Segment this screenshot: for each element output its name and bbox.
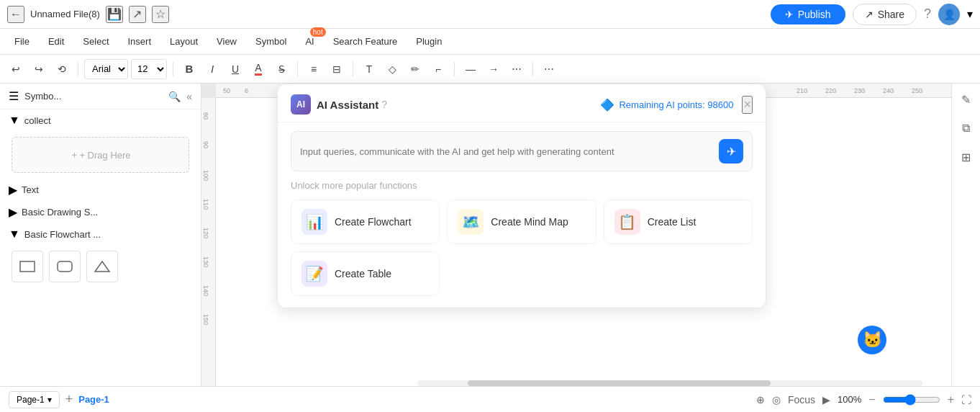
svg-rect-1 (58, 261, 72, 272)
avatar-dropdown[interactable]: ▾ (967, 7, 973, 21)
add-page-button[interactable]: + (65, 392, 73, 407)
sidebar-collapse-icon[interactable]: « (186, 91, 192, 102)
svg-rect-0 (20, 261, 35, 272)
fill-button[interactable]: ◇ (382, 59, 402, 79)
title-bar-left: ← Unnamed File(8) 💾 ↗ ☆ (7, 6, 765, 23)
sidebar-search-icon[interactable]: 🔍 (168, 91, 181, 102)
arrow-button[interactable]: → (484, 59, 504, 79)
ai-help-icon[interactable]: ? (381, 99, 387, 110)
zoom-out-button[interactable]: − (868, 393, 875, 406)
sidebar-item-text[interactable]: ▶ Text (0, 179, 201, 201)
menu-select[interactable]: Select (74, 33, 117, 50)
fullscreen-button[interactable]: ⛶ (961, 394, 971, 406)
page-tab-dropdown[interactable]: ▾ (47, 395, 52, 405)
share-file-button[interactable]: ↗ (129, 6, 146, 23)
publish-button[interactable]: ✈ Publish (771, 4, 845, 24)
menu-edit[interactable]: Edit (40, 33, 73, 50)
focus-play-icon[interactable]: ▶ (822, 394, 830, 406)
zoom-in-button[interactable]: + (948, 393, 954, 406)
more-button[interactable]: ⋯ (539, 59, 559, 79)
menu-bar: File Edit Select Insert Layout View Symb… (0, 29, 980, 55)
right-layers-icon[interactable]: ⧉ (956, 118, 976, 138)
line-thickness-button[interactable]: — (460, 59, 481, 79)
title-bar: ← Unnamed File(8) 💾 ↗ ☆ ✈ Publish ↗ Shar… (0, 0, 980, 29)
layers-icon[interactable]: ⊕ (756, 394, 765, 406)
ai-logo: AI (291, 94, 311, 115)
ai-send-button[interactable]: ✈ (719, 139, 743, 164)
ai-panel: AI AI Assistant ? 🔷 Remaining AI points:… (277, 84, 766, 308)
redo-button[interactable]: ↪ (29, 59, 49, 79)
create-flowchart-button[interactable]: 📊 Create Flowchart (291, 200, 440, 244)
bold-button[interactable]: B (179, 59, 199, 79)
share-button[interactable]: ↗ Share (853, 4, 917, 25)
focus-label[interactable]: Focus (788, 394, 815, 406)
menu-file[interactable]: File (6, 33, 38, 50)
menu-symbol[interactable]: Symbol (247, 33, 295, 50)
shape-rect[interactable] (12, 251, 43, 282)
horizontal-scrollbar[interactable] (417, 380, 922, 386)
strike-button[interactable]: S̶ (271, 59, 291, 79)
shape-triangle[interactable] (86, 251, 118, 282)
align-dist-button[interactable]: ⊟ (327, 59, 347, 79)
toolbar-divider-1 (78, 62, 78, 76)
sidebar-section-flowchart[interactable]: ▼ Basic Flowchart ... (0, 223, 201, 245)
sidebar-header: ☰ Symbo... 🔍 « (0, 84, 201, 109)
zoom-slider[interactable] (883, 394, 940, 406)
line-style-button[interactable]: ⌐ (428, 59, 448, 79)
cat-avatar[interactable]: 🐱 (858, 326, 886, 354)
create-table-button[interactable]: 📝 Create Table (291, 251, 440, 296)
flowchart-label: Create Flowchart (335, 216, 412, 228)
undo-button[interactable]: ↩ (6, 59, 26, 79)
menu-search-feature[interactable]: Search Feature (325, 33, 407, 50)
history-button[interactable]: ⟲ (52, 59, 72, 79)
menu-plugin[interactable]: Plugin (407, 33, 450, 50)
font-color-button[interactable]: A (248, 59, 268, 79)
ai-points[interactable]: 🔷 Remaining AI points: 98600 (600, 98, 733, 112)
text-triangle: ▶ (9, 183, 17, 197)
share-icon: ↗ (865, 9, 874, 20)
menu-insert[interactable]: Insert (119, 33, 160, 50)
drag-here-zone[interactable]: ＋ + Drag Here (12, 137, 189, 173)
toolbar-divider-2 (173, 62, 173, 76)
help-button[interactable]: ? (924, 6, 931, 22)
drag-here-icon: ＋ (70, 148, 79, 161)
ai-close-button[interactable]: × (742, 96, 753, 114)
menu-ai[interactable]: AI hot (296, 33, 322, 50)
page-tab-inactive[interactable]: Page-1 ▾ (9, 391, 60, 408)
align-center-button[interactable]: ≡ (304, 59, 324, 79)
focus-icon[interactable]: ◎ (772, 394, 781, 406)
create-list-button[interactable]: 📋 Create List (604, 200, 753, 244)
star-button[interactable]: ☆ (152, 6, 169, 23)
create-mind-map-button[interactable]: 🗺️ Create Mind Map (447, 200, 596, 244)
shape-round-rect[interactable] (49, 251, 81, 282)
dash-button[interactable]: ⋯ (507, 59, 527, 79)
cat-icon: 🐱 (863, 331, 882, 349)
sidebar-section-collect[interactable]: ▼ collect (0, 109, 201, 131)
flowchart-triangle: ▼ (9, 228, 20, 241)
ai-logo-text: AI (296, 99, 305, 109)
ai-send-icon: ✈ (727, 145, 736, 158)
italic-button[interactable]: I (202, 59, 222, 79)
avatar[interactable]: 👤 (938, 4, 960, 25)
save-button[interactable]: 💾 (106, 6, 123, 23)
font-family-select[interactable]: Arial (84, 59, 128, 79)
right-grid-icon[interactable]: ⊞ (956, 147, 976, 167)
menu-view[interactable]: View (208, 33, 245, 50)
ai-query-input[interactable] (300, 146, 719, 157)
sidebar-item-basic-drawing[interactable]: ▶ Basic Drawing S... (0, 201, 201, 223)
pen-button[interactable]: ✏ (405, 59, 425, 79)
underline-button[interactable]: U (225, 59, 245, 79)
publish-icon: ✈ (785, 9, 794, 20)
table-label: Create Table (335, 268, 391, 279)
avatar-icon: 👤 (943, 9, 956, 20)
ai-buttons-row2: 📝 Create Table (291, 251, 753, 296)
zoom-level: 100% (838, 394, 861, 405)
textbox-button[interactable]: T (359, 59, 379, 79)
ai-functions-label: Unlock more popular functions (291, 180, 753, 191)
font-size-select[interactable]: 12 (131, 59, 167, 79)
menu-layout[interactable]: Layout (161, 33, 207, 50)
right-edit-icon[interactable]: ✎ (956, 89, 976, 109)
scrollbar-thumb[interactable] (468, 380, 771, 386)
ruler-left: 80 90 100 110 120 130 140 150 (201, 98, 216, 412)
back-button[interactable]: ← (7, 6, 24, 23)
